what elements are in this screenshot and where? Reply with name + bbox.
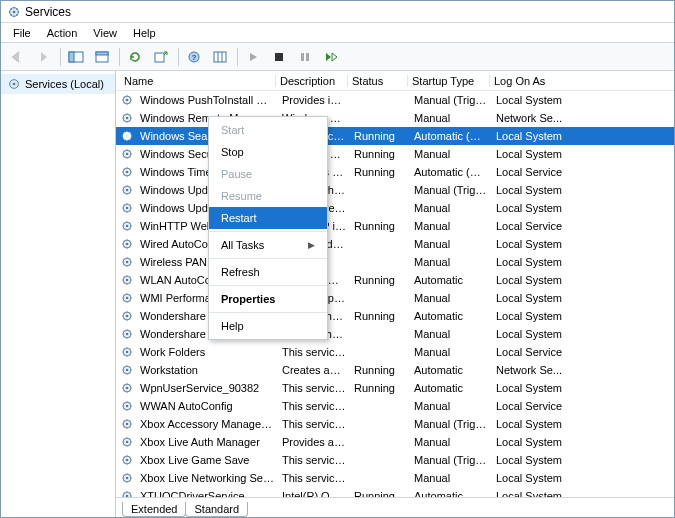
menu-action[interactable]: Action xyxy=(39,25,86,41)
service-desc: This service ... xyxy=(278,346,350,358)
svg-point-28 xyxy=(126,189,129,192)
service-row[interactable]: Wondershare Application Up...Wondershare… xyxy=(116,325,674,343)
svg-point-38 xyxy=(126,279,129,282)
service-status: Running xyxy=(350,130,410,142)
service-startup: Automatic (De... xyxy=(410,166,492,178)
service-logon: Local System xyxy=(492,256,582,268)
menu-view[interactable]: View xyxy=(85,25,125,41)
service-startup: Manual (Trigg... xyxy=(410,454,492,466)
service-row[interactable]: Windows Update Medic ServiceEnables rem.… xyxy=(116,199,674,217)
titlebar: Services xyxy=(1,1,674,23)
col-status-header[interactable]: Status xyxy=(348,75,408,87)
refresh-button[interactable] xyxy=(123,46,147,68)
context-menu-pause: Pause xyxy=(209,163,327,185)
export-button[interactable] xyxy=(149,46,173,68)
back-button[interactable] xyxy=(5,46,29,68)
service-desc: This service ... xyxy=(278,418,350,430)
context-menu-sep xyxy=(209,258,327,259)
service-row[interactable]: Windows PushToInstall Servi...Provides i… xyxy=(116,91,674,109)
svg-point-26 xyxy=(126,171,129,174)
service-rows[interactable]: Windows PushToInstall Servi...Provides i… xyxy=(116,91,674,497)
service-logon: Local System xyxy=(492,292,582,304)
service-row[interactable]: Windows UpdateEnables the ...Manual (Tri… xyxy=(116,181,674,199)
service-desc: This service ... xyxy=(278,454,350,466)
menu-file[interactable]: File xyxy=(5,25,39,41)
service-status: Running xyxy=(350,274,410,286)
context-menu-start: Start xyxy=(209,119,327,141)
service-logon: Network Se... xyxy=(492,364,582,376)
service-logon: Local System xyxy=(492,310,582,322)
help-button[interactable]: ? xyxy=(182,46,206,68)
service-status: Running xyxy=(350,382,410,394)
toolbar: ? xyxy=(1,43,674,71)
service-row[interactable]: WLAN AutoConfigThe WLANS...RunningAutoma… xyxy=(116,271,674,289)
pause-service-button[interactable] xyxy=(293,46,317,68)
service-row[interactable]: Xbox Live Game SaveThis service ...Manua… xyxy=(116,451,674,469)
context-menu-restart[interactable]: Restart xyxy=(209,207,327,229)
col-startup-header[interactable]: Startup Type xyxy=(408,75,490,87)
show-hide-tree-button[interactable] xyxy=(64,46,88,68)
menu-help[interactable]: Help xyxy=(125,25,164,41)
service-row[interactable]: Windows TimeMaintains d...RunningAutomat… xyxy=(116,163,674,181)
service-status: Running xyxy=(350,310,410,322)
col-logon-header[interactable]: Log On As xyxy=(490,75,580,87)
tab-extended[interactable]: Extended xyxy=(122,502,186,517)
tab-standard[interactable]: Standard xyxy=(185,502,248,517)
context-menu-help[interactable]: Help xyxy=(209,315,327,337)
service-startup: Manual xyxy=(410,400,492,412)
service-row[interactable]: Windows SearchProvides con...RunningAuto… xyxy=(116,127,674,145)
forward-button[interactable] xyxy=(31,46,55,68)
services-tree-icon xyxy=(7,77,21,91)
service-row[interactable]: WorkstationCreates and ...RunningAutomat… xyxy=(116,361,674,379)
service-row[interactable]: Wireless PAN DHCP ServerManualLocal Syst… xyxy=(116,253,674,271)
col-name-header[interactable]: Name xyxy=(120,75,276,87)
toolbar-sep xyxy=(119,48,120,66)
svg-rect-3 xyxy=(69,52,74,62)
context-menu-refresh[interactable]: Refresh xyxy=(209,261,327,283)
service-row[interactable]: Xbox Live Networking ServiceThis service… xyxy=(116,469,674,487)
col-desc-header[interactable]: Description xyxy=(276,75,348,87)
service-startup: Manual xyxy=(410,346,492,358)
service-status: Running xyxy=(350,220,410,232)
service-row[interactable]: WMI Performance AdapterProvides pe...Man… xyxy=(116,289,674,307)
service-row[interactable]: WWAN AutoConfigThis service ...ManualLoc… xyxy=(116,397,674,415)
svg-point-24 xyxy=(126,153,129,156)
context-menu-properties[interactable]: Properties xyxy=(209,288,327,310)
service-name: Xbox Live Auth Manager xyxy=(136,436,278,448)
context-menu-stop[interactable]: Stop xyxy=(209,141,327,163)
service-logon: Local Service xyxy=(492,400,582,412)
service-row[interactable]: Wired AutoConfigThe Wired A...ManualLoca… xyxy=(116,235,674,253)
service-row[interactable]: WinHTTP Web Proxy Auto-...WinHTTP im...R… xyxy=(116,217,674,235)
service-row[interactable]: WpnUserService_90382This service ...Runn… xyxy=(116,379,674,397)
window-title: Services xyxy=(25,5,71,19)
stop-service-button[interactable] xyxy=(267,46,291,68)
service-row[interactable]: Xbox Live Auth ManagerProvides aut...Man… xyxy=(116,433,674,451)
toolbar-sep xyxy=(60,48,61,66)
service-startup: Automatic (De... xyxy=(410,130,492,142)
service-startup: Manual (Trigg... xyxy=(410,418,492,430)
service-row[interactable]: Windows Remote Managem...Windows Re...Ma… xyxy=(116,109,674,127)
service-startup: Manual xyxy=(410,328,492,340)
start-service-button[interactable] xyxy=(241,46,265,68)
service-row[interactable]: XTUOCDriverServiceIntel(R) Over...Runnin… xyxy=(116,487,674,497)
service-status: Running xyxy=(350,490,410,497)
tree-root-item[interactable]: Services (Local) xyxy=(1,74,115,94)
service-row[interactable]: Wondershare Application Fra...Wondershar… xyxy=(116,307,674,325)
services-app-icon xyxy=(7,5,21,19)
service-row[interactable]: Work FoldersThis service ...ManualLocal … xyxy=(116,343,674,361)
service-row[interactable]: Windows Security ServiceWindows Se...Run… xyxy=(116,145,674,163)
svg-point-34 xyxy=(126,243,129,246)
service-desc: Provides aut... xyxy=(278,436,350,448)
svg-point-48 xyxy=(126,369,129,372)
service-row[interactable]: Xbox Accessory Managemen...This service … xyxy=(116,415,674,433)
svg-point-46 xyxy=(126,351,129,354)
restart-service-button[interactable] xyxy=(319,46,343,68)
properties-toolbar-button[interactable] xyxy=(90,46,114,68)
context-menu-all-tasks[interactable]: All Tasks▶ xyxy=(209,234,327,256)
svg-point-32 xyxy=(126,225,129,228)
context-menu-sep xyxy=(209,285,327,286)
show-hide-columns-button[interactable] xyxy=(208,46,232,68)
service-logon: Local System xyxy=(492,94,582,106)
service-name: Xbox Live Game Save xyxy=(136,454,278,466)
context-menu-sep xyxy=(209,231,327,232)
